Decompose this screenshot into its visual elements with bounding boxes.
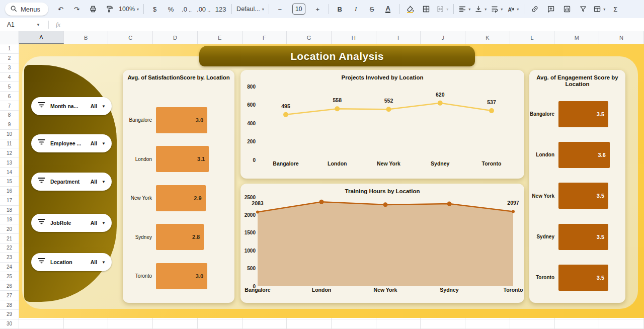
print-button[interactable] bbox=[85, 3, 101, 16]
filter-pill-monthna[interactable]: Month na...All▼ bbox=[31, 97, 112, 115]
column-header-A[interactable]: A bbox=[19, 31, 64, 44]
chart-card-satisfaction[interactable]: Avg. of SatisfactionScore by. Location B… bbox=[123, 70, 234, 303]
paint-format-button[interactable] bbox=[101, 3, 117, 16]
row-header-2[interactable]: 2 bbox=[0, 54, 19, 63]
zoom-select[interactable]: 100%▾ bbox=[117, 3, 140, 16]
decrease-decimal-button[interactable]: .0← bbox=[179, 3, 195, 16]
redo-button[interactable]: ↷ bbox=[69, 3, 85, 16]
undo-button[interactable]: ↶ bbox=[53, 3, 68, 16]
row-header-12[interactable]: 12 bbox=[0, 148, 19, 158]
chart-title: Avg. of Engagement Score by Location bbox=[529, 70, 625, 88]
bar-value-label: 3.0 bbox=[196, 117, 203, 123]
row-header-25[interactable]: 25 bbox=[0, 272, 19, 282]
select-all-corner[interactable] bbox=[0, 31, 19, 44]
name-box-caret-icon[interactable]: ▼ bbox=[36, 23, 40, 27]
row-header-11[interactable]: 11 bbox=[0, 139, 19, 149]
horizontal-align-button[interactable]: ▾ bbox=[457, 3, 472, 16]
row-header-28[interactable]: 28 bbox=[0, 300, 19, 310]
row-header-27[interactable]: 27 bbox=[0, 291, 19, 300]
format-percent-button[interactable]: % bbox=[163, 3, 179, 16]
column-header-N[interactable]: N bbox=[599, 31, 644, 44]
row-header-29[interactable]: 29 bbox=[0, 310, 19, 319]
dashboard-canvas[interactable]: Month na...All▼Employee ...All▼Departmen… bbox=[19, 44, 644, 318]
column-header-J[interactable]: J bbox=[421, 31, 465, 44]
row-header-3[interactable]: 3 bbox=[0, 63, 19, 73]
row-header-7[interactable]: 7 bbox=[0, 101, 19, 111]
data-point-london bbox=[319, 200, 324, 204]
filter-pill-employee[interactable]: Employee ...All▼ bbox=[31, 134, 112, 152]
column-header-F[interactable]: F bbox=[243, 31, 287, 44]
row-header-30[interactable]: 30 bbox=[0, 319, 19, 329]
row-header-15[interactable]: 15 bbox=[0, 177, 19, 187]
column-header-E[interactable]: E bbox=[198, 31, 243, 44]
column-header-C[interactable]: C bbox=[108, 31, 153, 44]
filter-icon bbox=[37, 218, 46, 227]
svg-text:2000: 2000 bbox=[245, 212, 256, 218]
filter-pill-location[interactable]: LocationAll▼ bbox=[31, 253, 112, 271]
chart-card-engagement[interactable]: Avg. of Engagement Score by Location Ban… bbox=[529, 70, 625, 303]
borders-button[interactable] bbox=[419, 3, 434, 16]
table-views-button[interactable]: ▾ bbox=[592, 3, 607, 16]
row-header-9[interactable]: 9 bbox=[0, 120, 19, 130]
column-header-H[interactable]: H bbox=[332, 31, 376, 44]
row-header-18[interactable]: 18 bbox=[0, 206, 19, 215]
filter-pill-department[interactable]: DepartmentAll▼ bbox=[31, 173, 112, 191]
menus-label: Menus bbox=[21, 6, 40, 13]
row-header-24[interactable]: 24 bbox=[0, 263, 19, 272]
create-filter-button[interactable] bbox=[576, 3, 591, 16]
column-header-M[interactable]: M bbox=[554, 31, 599, 44]
filter-pill-jobrole[interactable]: JobRoleAll▼ bbox=[31, 214, 112, 232]
column-header-K[interactable]: K bbox=[465, 31, 510, 44]
bold-button[interactable]: B bbox=[332, 3, 348, 16]
text-rotation-button[interactable]: A▾ bbox=[505, 3, 521, 16]
svg-text:2500: 2500 bbox=[245, 195, 256, 200]
chart-card-training[interactable]: Training Hours by Location 0500100015002… bbox=[240, 184, 524, 303]
row-header-22[interactable]: 22 bbox=[0, 243, 19, 253]
vertical-align-button[interactable]: ▾ bbox=[473, 3, 489, 16]
increase-decimal-button[interactable]: .00→ bbox=[195, 3, 212, 16]
increase-font-size-button[interactable]: + bbox=[310, 3, 326, 16]
column-header-G[interactable]: G bbox=[287, 31, 332, 44]
name-box[interactable]: A1 bbox=[0, 21, 36, 28]
chart-card-projects[interactable]: Projects Involved by Location 0200400600… bbox=[240, 70, 524, 179]
column-header-I[interactable]: I bbox=[376, 31, 421, 44]
column-header-L[interactable]: L bbox=[510, 31, 555, 44]
column-header-B[interactable]: B bbox=[64, 31, 109, 44]
bar-new-york: 3.5 bbox=[558, 183, 608, 209]
row-header-19[interactable]: 19 bbox=[0, 215, 19, 224]
row-header-17[interactable]: 17 bbox=[0, 196, 19, 206]
font-size-input[interactable]: 10 bbox=[288, 3, 309, 16]
row-header-1[interactable]: 1 bbox=[0, 44, 19, 54]
column-header-D[interactable]: D bbox=[153, 31, 198, 44]
row-header-14[interactable]: 14 bbox=[0, 168, 19, 177]
strikethrough-button[interactable]: S bbox=[364, 3, 380, 16]
more-formats-button[interactable]: 123 bbox=[213, 3, 228, 16]
row-header-23[interactable]: 23 bbox=[0, 253, 19, 263]
row-header-13[interactable]: 13 bbox=[0, 158, 19, 168]
row-header-26[interactable]: 26 bbox=[0, 281, 19, 291]
menus-button[interactable]: Menus bbox=[5, 3, 48, 16]
row-header-16[interactable]: 16 bbox=[0, 187, 19, 196]
text-wrap-button[interactable]: ▾ bbox=[489, 3, 505, 16]
chart-title: Avg. of SatisfactionScore by. Location bbox=[123, 70, 234, 81]
text-color-button[interactable]: A bbox=[380, 3, 396, 16]
italic-button[interactable]: I bbox=[348, 3, 364, 16]
insert-link-button[interactable] bbox=[527, 3, 543, 16]
row-header-4[interactable]: 4 bbox=[0, 73, 19, 83]
filter-value: All bbox=[91, 140, 97, 146]
row-header-20[interactable]: 20 bbox=[0, 224, 19, 234]
decrease-font-size-button[interactable]: − bbox=[272, 3, 288, 16]
insert-chart-button[interactable] bbox=[559, 3, 575, 16]
font-select[interactable]: Defaul...▾ bbox=[235, 3, 266, 16]
fill-color-button[interactable] bbox=[403, 3, 418, 16]
insert-comment-button[interactable] bbox=[543, 3, 559, 16]
row-header-10[interactable]: 10 bbox=[0, 130, 19, 139]
row-header-8[interactable]: 8 bbox=[0, 111, 19, 120]
functions-button[interactable]: Σ bbox=[608, 3, 623, 16]
format-currency-button[interactable]: $ bbox=[147, 3, 163, 16]
font-size-value[interactable]: 10 bbox=[292, 4, 305, 15]
row-header-5[interactable]: 5 bbox=[0, 82, 19, 92]
row-header-21[interactable]: 21 bbox=[0, 234, 19, 243]
row-header-6[interactable]: 6 bbox=[0, 92, 19, 101]
data-point-toronto bbox=[512, 210, 515, 213]
